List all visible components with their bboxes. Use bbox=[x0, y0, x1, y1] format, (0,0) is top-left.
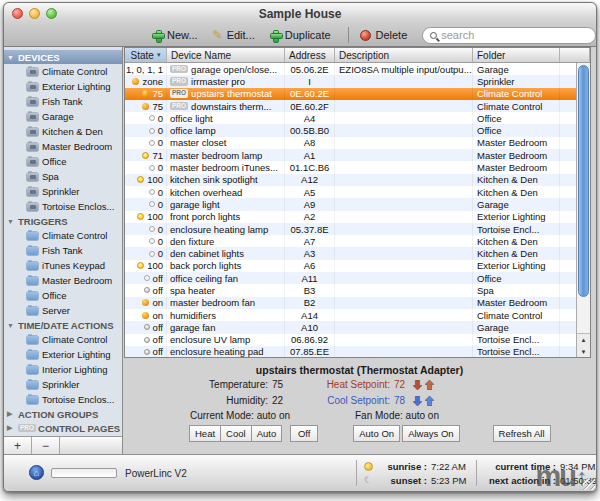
search-field[interactable] bbox=[422, 27, 596, 44]
table-row[interactable]: 0master bedroom iTunes...01.1C.B6Master … bbox=[125, 161, 576, 173]
sidebar-item-garage[interactable]: Garage bbox=[4, 109, 122, 124]
sidebar-item-master-bedroom[interactable]: Master Bedroom bbox=[4, 139, 122, 154]
search-icon bbox=[430, 32, 437, 39]
sunset-value: 5:23 PM bbox=[431, 475, 466, 486]
column-header-state[interactable]: State▾ bbox=[125, 48, 167, 62]
sidebar-item-server[interactable]: Server bbox=[4, 303, 122, 318]
address-cell: I bbox=[285, 75, 335, 87]
table-row[interactable]: 0kitchen overheadA5Kitchen & Den bbox=[125, 186, 576, 198]
table-row[interactable]: offoffice ceiling fanA11Office bbox=[125, 272, 576, 284]
cool-setpoint-down-icon[interactable] bbox=[413, 396, 422, 406]
sidebar-item-tortoise-enclos-[interactable]: Tortoise Enclos... bbox=[4, 199, 122, 214]
table-row[interactable]: 75PROdownstairs therm...0E.60.2FClimate … bbox=[125, 100, 576, 112]
table-row[interactable]: offenclosure heating pad07.85.EETortoise… bbox=[125, 346, 576, 357]
search-input[interactable] bbox=[441, 29, 588, 41]
scroll-up-arrow[interactable]: ▲ bbox=[577, 334, 590, 346]
folder-cell: Office bbox=[473, 112, 560, 124]
column-header-device-name[interactable]: Device Name bbox=[167, 48, 285, 62]
table-row[interactable]: 0den cabinet lightsA3Kitchen & Den bbox=[125, 247, 576, 259]
state-value: 75 bbox=[152, 88, 163, 99]
table-row[interactable]: 0master closetA8Master Bedroom bbox=[125, 137, 576, 149]
sidebar-section-triggers[interactable]: ▼TRIGGERS bbox=[4, 214, 122, 228]
ball-gray-icon bbox=[144, 287, 150, 293]
remove-folder-button[interactable]: − bbox=[32, 437, 60, 454]
minimize-button[interactable] bbox=[29, 8, 40, 19]
sidebar-item-spa[interactable]: Spa bbox=[4, 169, 122, 184]
table-row[interactable]: onmaster bedroom fanB2Master Bedroom bbox=[125, 297, 576, 309]
sidebar-item-exterior-lighting[interactable]: Exterior Lighting bbox=[4, 347, 122, 362]
add-folder-button[interactable]: + bbox=[4, 437, 32, 454]
sidebar-item-fish-tank[interactable]: Fish Tank bbox=[4, 94, 122, 109]
table-row[interactable]: offgarage fanA10Garage bbox=[125, 321, 576, 333]
sidebar-section-time-date-actions[interactable]: ▼TIME/DATE ACTIONS bbox=[4, 318, 122, 332]
new-button[interactable]: New... bbox=[152, 29, 198, 41]
table-row[interactable]: 1, 0, 1, 1PROgarage open/close...05.06.2… bbox=[125, 63, 576, 75]
column-header-address[interactable]: Address bbox=[285, 48, 335, 62]
sidebar-item-climate-control[interactable]: Climate Control bbox=[4, 64, 122, 79]
table-row[interactable]: 71master bedroom lampA1Master Bedroom bbox=[125, 149, 576, 161]
sidebar-item-climate-control[interactable]: Climate Control bbox=[4, 332, 122, 347]
table-row[interactable]: 0den fixtureA7Kitchen & Den bbox=[125, 235, 576, 247]
cool-setpoint-up-icon[interactable] bbox=[425, 396, 434, 406]
cool-mode-button[interactable]: Cool bbox=[220, 425, 252, 442]
resize-grip[interactable] bbox=[583, 478, 595, 490]
heat-setpoint-up-icon[interactable] bbox=[425, 380, 434, 390]
heat-setpoint-down-icon[interactable] bbox=[413, 380, 422, 390]
sidebar-item-office[interactable]: Office bbox=[4, 288, 122, 303]
auto-mode-button[interactable]: Auto bbox=[251, 425, 283, 442]
table-row[interactable]: offspa heaterB3Spa bbox=[125, 284, 576, 296]
close-button[interactable] bbox=[12, 8, 23, 19]
device-name-cell: humidifiers bbox=[167, 309, 285, 321]
sidebar-item-climate-control[interactable]: Climate Control bbox=[4, 228, 122, 243]
sidebar-item-tortoise-enclos-[interactable]: Tortoise Enclos... bbox=[4, 392, 122, 407]
vertical-scrollbar[interactable]: ▲ ▼ bbox=[576, 63, 590, 357]
table-row[interactable]: offenclosure UV lamp06.86.92Tortoise Enc… bbox=[125, 334, 576, 346]
sidebar-item-sprinkler[interactable]: Sprinkler bbox=[4, 377, 122, 392]
sidebar-item-office[interactable]: Office bbox=[4, 154, 122, 169]
table-row[interactable]: zonePROirrmaster proISprinkler bbox=[125, 75, 576, 87]
table-row[interactable]: 0office lamp00.5B.B0Office bbox=[125, 124, 576, 136]
sidebar-item-kitchen-den[interactable]: Kitchen & Den bbox=[4, 124, 122, 139]
sidebar-section-action-groups[interactable]: ▶ACTION GROUPS bbox=[4, 407, 122, 421]
edit-button[interactable]: ✎ Edit... bbox=[213, 29, 255, 41]
sidebar-item-itunes-keypad[interactable]: iTunes Keypad bbox=[4, 258, 122, 273]
fan-auto-on-button[interactable]: Auto On bbox=[353, 425, 400, 442]
address-cell: B3 bbox=[285, 284, 335, 296]
table-row[interactable]: onhumidifiersA14Climate Control bbox=[125, 309, 576, 321]
column-header-folder[interactable]: Folder bbox=[473, 48, 560, 62]
description-cell bbox=[335, 247, 473, 259]
zoom-button[interactable] bbox=[46, 8, 57, 19]
scrollbar-thumb[interactable] bbox=[578, 65, 589, 297]
sidebar-item-fish-tank[interactable]: Fish Tank bbox=[4, 243, 122, 258]
fan-always-on-button[interactable]: Always On bbox=[402, 425, 459, 442]
empty-cell bbox=[560, 198, 576, 210]
refresh-all-button[interactable]: Refresh All bbox=[493, 425, 551, 442]
sidebar-item-exterior-lighting[interactable]: Exterior Lighting bbox=[4, 79, 122, 94]
empty-cell bbox=[560, 137, 576, 149]
state-value: zone bbox=[142, 76, 163, 87]
column-header-description[interactable]: Description bbox=[335, 48, 473, 62]
table-row[interactable]: 0enclosure heating lamp05.37.8ETortoise … bbox=[125, 223, 576, 235]
folder-icon bbox=[27, 143, 38, 151]
sidebar-section-devices[interactable]: ▼DEVICES bbox=[4, 50, 122, 64]
scroll-down-arrow[interactable]: ▼ bbox=[577, 346, 590, 358]
device-name: office ceiling fan bbox=[170, 273, 238, 284]
heat-mode-button[interactable]: Heat bbox=[189, 425, 221, 442]
sidebar-item-label: Fish Tank bbox=[42, 96, 82, 107]
sidebar-section-control-pages[interactable]: ▶PROCONTROL PAGES bbox=[4, 421, 122, 435]
address-cell: A6 bbox=[285, 260, 335, 272]
table-row[interactable]: 0garage lightA9Garage bbox=[125, 198, 576, 210]
table-row[interactable]: 100back porch lightsA6Exterior Lighting bbox=[125, 260, 576, 272]
sidebar-item-interior-lighting[interactable]: Interior Lighting bbox=[4, 362, 122, 377]
duplicate-button[interactable]: Duplicate bbox=[270, 29, 331, 41]
table-row[interactable]: 75PROupstairs thermostat0E.60.2EClimate … bbox=[125, 88, 576, 100]
sidebar-item-master-bedroom[interactable]: Master Bedroom bbox=[4, 273, 122, 288]
table-row[interactable]: 100kitchen sink spotlightA12Kitchen & De… bbox=[125, 174, 576, 186]
table-row[interactable]: 0office lightA4Office bbox=[125, 112, 576, 124]
off-mode-button[interactable]: Off bbox=[290, 425, 318, 442]
table-row[interactable]: 100front porch lightsA2Exterior Lighting bbox=[125, 211, 576, 223]
delete-button[interactable]: Delete bbox=[360, 29, 407, 41]
sidebar-item-sprinkler[interactable]: Sprinkler bbox=[4, 184, 122, 199]
title-bar[interactable]: Sample House bbox=[4, 3, 596, 24]
main-area: ▼DEVICESClimate ControlExterior Lighting… bbox=[4, 47, 596, 454]
